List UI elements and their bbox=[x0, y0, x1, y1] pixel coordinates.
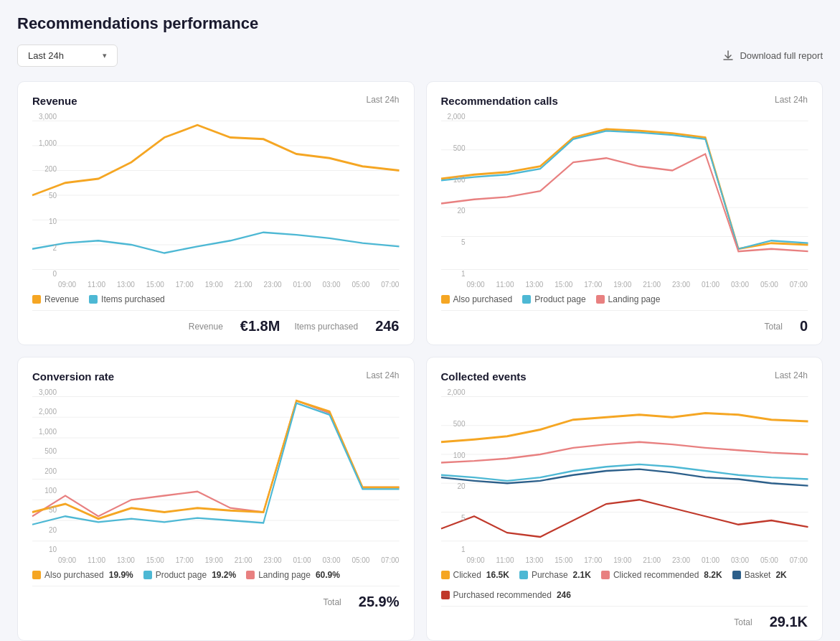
events-x-labels: 09:0011:0013:00 15:0017:0019:00 21:0023:… bbox=[441, 556, 808, 564]
conv-color-landing-page bbox=[246, 571, 255, 579]
rec-calls-x-labels: 09:0011:0013:00 15:0017:0019:00 21:0023:… bbox=[441, 281, 808, 289]
legend-label-landing-page: Landing page bbox=[608, 294, 661, 304]
rec-calls-card-title: Recommendation calls bbox=[441, 95, 558, 107]
legend-clicked-recommended: Clicked recommended 8.2K bbox=[601, 570, 722, 580]
conv-card-footer: Total 25.9% bbox=[32, 586, 400, 610]
revenue-card-footer: Revenue €1.8M Items purchased 246 bbox=[32, 310, 400, 334]
rec-calls-total-label: Total bbox=[765, 322, 783, 332]
rec-calls-total-value: 0 bbox=[800, 318, 808, 334]
revenue-card-header: Revenue Last 24h bbox=[32, 95, 400, 107]
legend-color-product-page bbox=[522, 295, 531, 304]
items-footer-label: Items purchased bbox=[294, 322, 358, 332]
events-total-value: 29.1K bbox=[770, 614, 808, 630]
rec-calls-chart-area: 2,000 500 100 20 5 1 bbox=[441, 113, 808, 278]
conv-pct-product-page: 19.2% bbox=[212, 570, 236, 580]
legend-item-items-purchased: Items purchased bbox=[89, 294, 165, 304]
legend-color-purchased-recommended bbox=[441, 591, 450, 599]
legend-color-revenue bbox=[32, 295, 41, 304]
download-icon bbox=[722, 50, 734, 62]
legend-color-basket bbox=[732, 571, 741, 579]
legend-label-also-purchased: Also purchased bbox=[453, 294, 513, 304]
conv-color-also-purchased bbox=[32, 571, 41, 579]
rec-calls-card-period: Last 24h bbox=[775, 95, 808, 105]
legend-item-also-purchased: Also purchased bbox=[441, 294, 513, 304]
legend-item-revenue: Revenue bbox=[32, 294, 79, 304]
legend-item-landing-page: Landing page bbox=[596, 294, 661, 304]
legend-color-clicked-recommended bbox=[601, 571, 610, 579]
conv-legend-product-page: Product page 19.2% bbox=[143, 570, 236, 580]
legend-basket: Basket 2K bbox=[732, 570, 787, 580]
legend-val-purchase: 2.1K bbox=[573, 570, 591, 580]
legend-color-landing-page bbox=[596, 295, 605, 304]
toolbar: Last 24h ▾ Download full report bbox=[17, 45, 823, 67]
legend-label-basket: Basket bbox=[745, 570, 771, 580]
revenue-card: Revenue Last 24h bbox=[17, 81, 415, 345]
revenue-chart-svg bbox=[32, 113, 400, 278]
legend-label-purchase: Purchase bbox=[532, 570, 568, 580]
legend-color-items bbox=[89, 295, 98, 304]
events-card-period: Last 24h bbox=[775, 370, 808, 380]
page-container: Recommendations performance Last 24h ▾ D… bbox=[0, 0, 840, 641]
events-legend: Clicked 16.5K Purchase 2.1K Clicked reco… bbox=[441, 570, 808, 600]
legend-purchase: Purchase 2.1K bbox=[519, 570, 591, 580]
rec-calls-card-header: Recommendation calls Last 24h bbox=[441, 95, 808, 107]
legend-val-clicked-recommended: 8.2K bbox=[704, 570, 722, 580]
time-range-select[interactable]: Last 24h ▾ bbox=[17, 45, 118, 67]
legend-clicked: Clicked 16.5K bbox=[441, 570, 509, 580]
revenue-card-period: Last 24h bbox=[366, 95, 399, 105]
chevron-down-icon: ▾ bbox=[103, 51, 107, 60]
revenue-card-title: Revenue bbox=[32, 95, 77, 107]
conv-legend-also-purchased: Also purchased 19.9% bbox=[32, 570, 133, 580]
legend-label-purchased-recommended: Purchased recommended bbox=[453, 590, 552, 600]
conv-total-label: Total bbox=[323, 597, 341, 607]
time-range-label: Last 24h bbox=[28, 50, 64, 61]
events-card-header: Collected events Last 24h bbox=[441, 370, 808, 383]
conv-chart-svg bbox=[32, 388, 400, 553]
conv-color-product-page bbox=[143, 571, 152, 579]
rec-calls-card-footer: Total 0 bbox=[441, 310, 808, 334]
collected-events-card: Collected events Last 24h bbox=[426, 357, 824, 641]
legend-label-revenue: Revenue bbox=[44, 294, 79, 304]
conv-label-landing-page: Landing page bbox=[258, 570, 311, 580]
conv-y-labels: 3,000 2,000 1,000 500 200 100 50 20 10 bbox=[32, 388, 57, 553]
legend-val-clicked: 16.5K bbox=[486, 570, 509, 580]
items-footer-value: 246 bbox=[375, 318, 399, 334]
legend-label-product-page: Product page bbox=[534, 294, 585, 304]
conversion-rate-card: Conversion rate Last 24h bbox=[17, 357, 415, 641]
download-label: Download full report bbox=[740, 50, 823, 61]
conv-label-product-page: Product page bbox=[156, 570, 207, 580]
conv-pct-landing-page: 60.9% bbox=[316, 570, 340, 580]
conv-legend: Also purchased 19.9% Product page 19.2% … bbox=[32, 570, 400, 580]
legend-purchased-recommended: Purchased recommended 246 bbox=[441, 590, 808, 600]
conv-card-header: Conversion rate Last 24h bbox=[32, 370, 400, 383]
revenue-x-labels: 09:0011:0013:00 15:0017:0019:00 21:0023:… bbox=[32, 281, 400, 289]
conv-x-labels: 09:0011:0013:00 15:0017:0019:00 21:0023:… bbox=[32, 556, 400, 564]
events-chart-svg bbox=[441, 388, 808, 553]
download-button[interactable]: Download full report bbox=[722, 50, 823, 62]
legend-label-clicked: Clicked bbox=[453, 570, 481, 580]
events-y-labels: 2,000 500 100 20 5 1 bbox=[441, 388, 466, 553]
legend-color-also-purchased bbox=[441, 295, 450, 304]
revenue-y-labels: 3,000 1,000 200 50 10 2 0 bbox=[32, 113, 57, 278]
legend-label-clicked-recommended: Clicked recommended bbox=[613, 570, 699, 580]
revenue-footer-value: €1.8M bbox=[240, 318, 280, 334]
rec-calls-y-labels: 2,000 500 100 20 5 1 bbox=[441, 113, 466, 278]
events-total-label: Total bbox=[734, 617, 752, 627]
events-card-footer: Total 29.1K bbox=[441, 606, 808, 630]
legend-label-items: Items purchased bbox=[101, 294, 165, 304]
conv-card-title: Conversion rate bbox=[32, 370, 114, 383]
revenue-chart-area: 3,000 1,000 200 50 10 2 0 bbox=[32, 113, 400, 278]
legend-color-clicked bbox=[441, 571, 450, 579]
events-card-title: Collected events bbox=[441, 370, 527, 383]
conv-label-also-purchased: Also purchased bbox=[44, 570, 104, 580]
conv-pct-also-purchased: 19.9% bbox=[109, 570, 133, 580]
legend-val-basket: 2K bbox=[775, 570, 786, 580]
events-chart-area: 2,000 500 100 20 5 1 bbox=[441, 388, 808, 553]
revenue-legend: Revenue Items purchased bbox=[32, 294, 400, 304]
conv-chart-area: 3,000 2,000 1,000 500 200 100 50 20 10 bbox=[32, 388, 400, 553]
legend-item-product-page: Product page bbox=[522, 294, 585, 304]
rec-calls-legend: Also purchased Product page Landing page bbox=[441, 294, 808, 304]
legend-color-purchase bbox=[519, 571, 528, 579]
page-title: Recommendations performance bbox=[17, 14, 823, 33]
charts-grid: Revenue Last 24h bbox=[17, 81, 823, 641]
